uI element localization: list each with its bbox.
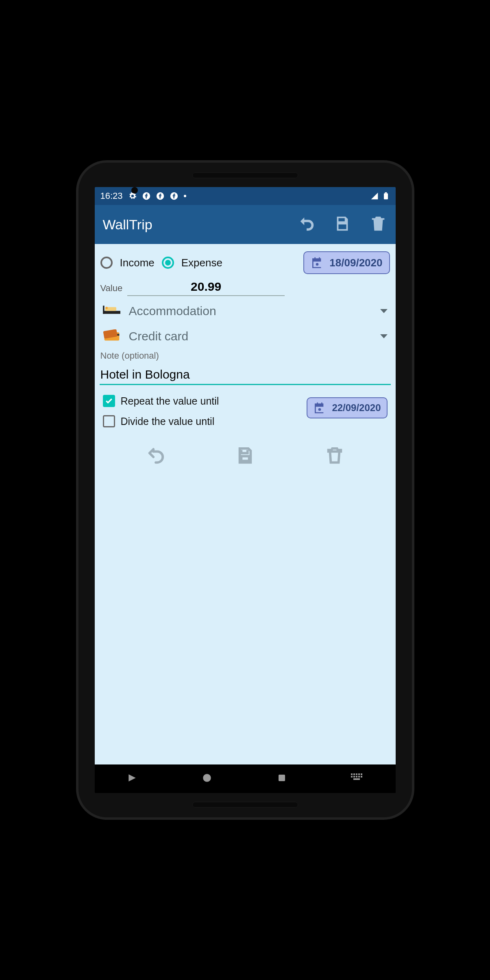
svg-rect-26 bbox=[353, 778, 360, 780]
svg-point-14 bbox=[203, 774, 211, 782]
svg-rect-20 bbox=[361, 773, 362, 775]
svg-point-5 bbox=[316, 263, 319, 266]
svg-rect-21 bbox=[351, 776, 353, 777]
credit-card-icon bbox=[103, 329, 121, 343]
save-button-secondary[interactable] bbox=[236, 446, 255, 466]
delete-button[interactable] bbox=[369, 214, 388, 235]
svg-rect-18 bbox=[356, 773, 357, 775]
payment-value: Credit card bbox=[129, 329, 189, 343]
svg-rect-25 bbox=[361, 776, 362, 777]
category-value: Accommodation bbox=[129, 304, 216, 318]
svg-rect-23 bbox=[356, 776, 357, 777]
svg-rect-22 bbox=[353, 776, 355, 777]
calendar-icon bbox=[311, 256, 324, 269]
svg-rect-17 bbox=[353, 773, 355, 775]
svg-rect-7 bbox=[103, 306, 105, 314]
svg-rect-16 bbox=[351, 773, 353, 775]
dot-icon bbox=[184, 195, 186, 197]
nav-recent-button[interactable] bbox=[277, 773, 287, 784]
nav-home-button[interactable] bbox=[202, 773, 212, 785]
note-input[interactable] bbox=[100, 365, 391, 385]
svg-rect-6 bbox=[103, 311, 121, 314]
battery-icon bbox=[382, 192, 390, 200]
svg-rect-19 bbox=[358, 773, 360, 775]
note-label: Note (optional) bbox=[99, 349, 392, 365]
content: Income Expense 18/09/2020 Value Accommod… bbox=[95, 244, 396, 764]
date-main-value: 18/09/2020 bbox=[329, 257, 382, 269]
expense-label: Expense bbox=[181, 257, 222, 269]
until-date-value: 22/09/2020 bbox=[332, 402, 381, 414]
save-button[interactable] bbox=[333, 214, 352, 235]
svg-rect-4 bbox=[385, 192, 387, 194]
chevron-down-icon bbox=[380, 334, 388, 338]
svg-point-13 bbox=[318, 408, 321, 411]
calendar-icon bbox=[313, 401, 326, 414]
svg-rect-24 bbox=[358, 776, 360, 777]
value-label: Value bbox=[100, 283, 123, 296]
divide-label: Divide the value until bbox=[121, 416, 215, 427]
payment-dropdown[interactable]: Credit card bbox=[99, 324, 392, 349]
facebook-icon bbox=[170, 192, 178, 200]
repeat-checkbox[interactable] bbox=[103, 395, 115, 407]
app-title: WallTrip bbox=[103, 217, 152, 233]
keyboard-icon[interactable] bbox=[351, 773, 363, 784]
facebook-icon bbox=[142, 192, 150, 200]
value-input[interactable] bbox=[127, 278, 285, 296]
delete-button-secondary[interactable] bbox=[325, 446, 344, 466]
undo-button-secondary[interactable] bbox=[146, 446, 165, 466]
income-radio[interactable] bbox=[100, 257, 113, 269]
undo-button[interactable] bbox=[297, 214, 316, 235]
svg-rect-15 bbox=[279, 775, 285, 781]
status-time: 16:23 bbox=[100, 191, 123, 201]
app-bar: WallTrip bbox=[95, 205, 396, 244]
signal-icon bbox=[370, 192, 379, 200]
facebook-icon bbox=[156, 192, 164, 200]
divide-checkbox[interactable] bbox=[103, 415, 115, 427]
repeat-label: Repeat the value until bbox=[121, 395, 219, 407]
income-label: Income bbox=[120, 257, 155, 269]
status-bar: 16:23 bbox=[95, 187, 396, 205]
android-nav-bar bbox=[95, 764, 396, 793]
chevron-down-icon bbox=[380, 309, 388, 313]
date-picker-button[interactable]: 18/09/2020 bbox=[303, 251, 390, 274]
nav-back-button[interactable] bbox=[127, 773, 137, 785]
svg-rect-3 bbox=[384, 193, 388, 199]
bed-icon bbox=[103, 304, 121, 318]
category-dropdown[interactable]: Accommodation bbox=[99, 298, 392, 324]
until-date-button[interactable]: 22/09/2020 bbox=[307, 397, 387, 418]
svg-point-9 bbox=[105, 307, 107, 309]
expense-radio[interactable] bbox=[162, 257, 174, 269]
